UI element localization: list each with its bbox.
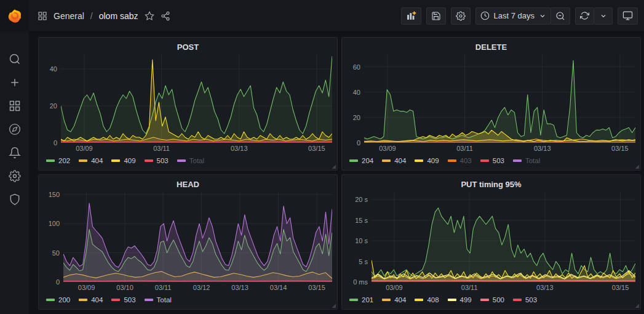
y-tick-label: 20	[353, 114, 360, 121]
legend-item-503[interactable]: 503	[145, 157, 169, 164]
legend-item-403[interactable]: 403	[448, 157, 472, 164]
legend-color-swatch	[513, 159, 522, 162]
save-dashboard-button[interactable]	[426, 7, 446, 25]
legend-label: 403	[460, 157, 472, 164]
breadcrumb-dashboard-title[interactable]: olom sabz	[99, 11, 138, 21]
panel-post: POST 02040 03/0903/1103/1303/15 20240440…	[38, 37, 338, 171]
y-axis: 02040	[44, 54, 61, 143]
legend-color-swatch	[46, 159, 55, 162]
x-tick-label: 03/11	[155, 284, 172, 291]
legend-item-409[interactable]: 409	[415, 157, 439, 164]
refresh-interval-dropdown[interactable]	[594, 7, 613, 25]
legend-color-swatch	[415, 159, 423, 162]
star-icon	[145, 11, 154, 21]
legend-item-201[interactable]: 201	[349, 296, 373, 304]
legend-color-swatch	[79, 299, 87, 301]
star-dashboard-button[interactable]	[145, 11, 154, 21]
y-tick-label: 40	[50, 65, 57, 73]
legend-item-409[interactable]: 409	[111, 157, 135, 164]
alerting-menu-item[interactable]	[9, 147, 21, 159]
time-series-plot[interactable]	[372, 191, 635, 282]
x-tick-label: 03/15	[308, 284, 325, 291]
x-axis: 03/0903/1103/1303/15	[347, 143, 635, 153]
legend-color-swatch	[513, 299, 522, 301]
legend-item-500[interactable]: 500	[480, 296, 504, 304]
panel-resize-handle[interactable]	[331, 164, 336, 169]
legend-color-swatch	[480, 159, 489, 162]
x-tick-label: 03/13	[231, 145, 248, 152]
add-panel-button[interactable]	[401, 7, 421, 25]
panel-title[interactable]: POST	[44, 41, 332, 54]
zoom-out-time-button[interactable]	[551, 7, 570, 25]
search-menu-item[interactable]	[9, 53, 21, 65]
legend-color-swatch	[349, 159, 358, 162]
dashboard-toolbar: Last 7 days	[401, 7, 644, 25]
time-series-plot[interactable]	[63, 191, 332, 282]
dashboard-settings-button[interactable]	[451, 7, 471, 25]
panel-resize-handle[interactable]	[634, 164, 639, 169]
cycle-view-mode-button[interactable]	[618, 7, 638, 25]
panel-resize-handle[interactable]	[331, 303, 336, 308]
legend-color-swatch	[46, 299, 55, 301]
panel-resize-handle[interactable]	[634, 303, 639, 308]
grafana-logo[interactable]	[0, 0, 29, 32]
y-tick-label: 50	[52, 249, 60, 257]
legend-item-503[interactable]: 503	[513, 296, 537, 304]
legend-item-503[interactable]: 503	[480, 157, 504, 164]
legend-label: 408	[427, 296, 439, 304]
panel-title[interactable]: DELETE	[347, 41, 635, 54]
legend-item-202[interactable]: 202	[46, 157, 70, 164]
server-admin-menu-item[interactable]	[9, 193, 21, 206]
time-series-plot[interactable]	[364, 54, 635, 143]
share-dashboard-button[interactable]	[161, 11, 170, 21]
panel-title[interactable]: HEAD	[44, 178, 332, 191]
legend-label: 503	[157, 157, 169, 164]
legend-item-408[interactable]: 408	[415, 296, 439, 304]
y-tick-label: 20	[50, 102, 57, 110]
x-axis: 03/0903/1103/1303/15	[44, 143, 332, 153]
legend-item-204[interactable]: 204	[349, 157, 373, 164]
y-axis: 0 ms5 s10 s15 s20 s	[347, 191, 372, 282]
legend-item-503[interactable]: 503	[111, 296, 135, 304]
legend-label: 404	[91, 157, 103, 164]
x-tick-label: 03/15	[612, 284, 629, 291]
legend-color-swatch	[177, 159, 186, 162]
panel-legend: 202404409503Total	[44, 153, 332, 168]
y-tick-label: 0	[54, 139, 57, 147]
legend-item-200[interactable]: 200	[46, 296, 70, 304]
legend-item-404[interactable]: 404	[382, 157, 406, 164]
legend-item-total[interactable]: Total	[177, 157, 204, 164]
time-range-label: Last 7 days	[494, 11, 535, 20]
y-axis: 050100150	[44, 191, 63, 282]
legend-item-404[interactable]: 404	[382, 296, 406, 304]
legend-color-swatch	[382, 159, 391, 162]
explore-menu-item[interactable]	[9, 123, 21, 135]
clock-icon	[480, 11, 490, 20]
legend-color-swatch	[448, 159, 456, 162]
legend-item-499[interactable]: 499	[448, 296, 472, 304]
breadcrumb-folder[interactable]: General	[54, 11, 84, 21]
chevron-down-icon	[539, 12, 546, 20]
dashboard-grid-icon	[38, 11, 47, 21]
y-tick-label: 0	[56, 278, 60, 286]
share-icon	[161, 11, 170, 21]
dashboard-canvas: POST 02040 03/0903/1103/1303/15 20240440…	[29, 32, 644, 314]
configuration-menu-item[interactable]	[9, 170, 21, 182]
time-range-picker[interactable]: Last 7 days	[475, 7, 552, 25]
legend-label: Total	[189, 157, 204, 164]
y-tick-label: 15 s	[355, 217, 368, 224]
legend-item-total[interactable]: Total	[513, 157, 540, 164]
legend-item-404[interactable]: 404	[79, 296, 103, 304]
legend-label: 404	[394, 157, 406, 164]
dashboards-grid-icon	[9, 100, 21, 112]
time-series-plot[interactable]	[61, 54, 332, 143]
legend-label: 499	[460, 296, 472, 304]
dashboards-menu-item[interactable]	[9, 100, 21, 112]
legend-item-404[interactable]: 404	[79, 157, 103, 164]
create-menu-item[interactable]	[9, 76, 21, 89]
panel-put-timing: PUT timing 95% 0 ms5 s10 s15 s20 s 03/09…	[341, 174, 641, 310]
panel-title[interactable]: PUT timing 95%	[347, 178, 635, 191]
legend-item-total[interactable]: Total	[145, 296, 172, 304]
refresh-dashboard-button[interactable]	[575, 7, 594, 25]
shield-icon	[9, 193, 21, 206]
